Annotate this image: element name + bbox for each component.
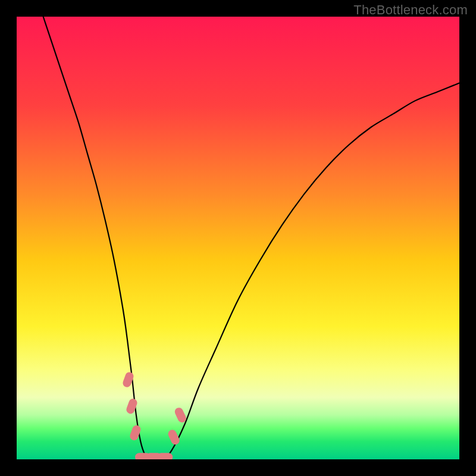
gradient-background — [17, 17, 459, 459]
svg-rect-5 — [157, 453, 173, 459]
bottleneck-chart — [17, 17, 459, 459]
chart-svg — [17, 17, 459, 459]
curve-marker — [157, 453, 173, 459]
watermark-text: TheBottleneck.com — [353, 2, 468, 18]
